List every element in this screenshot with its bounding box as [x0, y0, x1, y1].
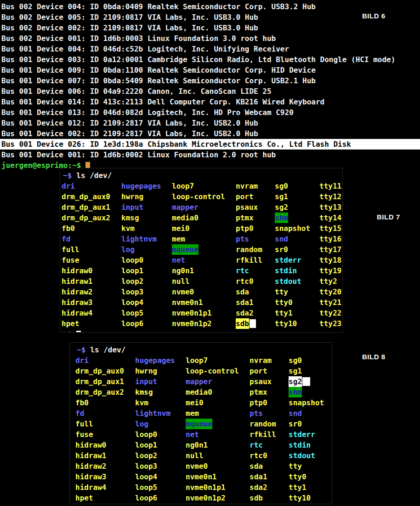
dev-entry-nvme0n1: nvme0n1: [172, 297, 203, 308]
lsusb-line: Bus 001 Device 014: ID 413c:2113 Dell Co…: [0, 97, 420, 107]
dev-entry-nvme0: nvme0: [186, 461, 208, 472]
listing-row: stdin: [289, 440, 332, 450]
dev-entry-rtc0: rtc0: [236, 276, 254, 287]
dev-entry-sda1: sda1: [236, 297, 254, 308]
listing-row: rtc: [236, 265, 275, 276]
listing-row: loop7: [186, 355, 250, 366]
lsusb-line: Bus 001 Device 002: ID 2109:2817 VIA Lab…: [0, 128, 420, 139]
dev-entry-stdin: stdin: [289, 440, 311, 450]
prompt-symbol: ~$: [77, 345, 85, 354]
dev-entry-full: full: [62, 244, 79, 255]
dev-entry-loop2: loop2: [121, 276, 143, 287]
listing-row: mem: [172, 234, 236, 244]
listing-row: nvme0n1p1: [172, 308, 236, 318]
listing-row: hidraw1: [75, 450, 135, 461]
listing-row: loop0: [135, 429, 186, 440]
listing-row: tty14: [319, 213, 341, 223]
terminal-cursor: [76, 331, 81, 333]
dev-entry-snapshot: snapshot: [289, 397, 324, 408]
dev-entry-port: port: [236, 191, 254, 202]
listing-row: fb0: [75, 397, 135, 408]
listing-row: random: [250, 419, 289, 429]
dev-entry-sdb: sdb: [250, 493, 263, 503]
listing-row: hidraw1: [62, 276, 121, 287]
command-line: ~$ls /dev/: [75, 345, 332, 355]
listing-row: drm_dp_aux2: [62, 213, 121, 223]
listing-row: tty16: [319, 234, 341, 244]
listing-row: stdout: [275, 276, 319, 287]
dev-entry-tty0: tty0: [289, 472, 306, 482]
listing-row: nvme0: [172, 287, 236, 297]
dev-entry-hpet: hpet: [75, 493, 93, 503]
dev-entry-nvme0n1p2: nvme0n1p2: [172, 318, 212, 329]
dev-entry-hidraw4: hidraw4: [75, 482, 106, 493]
listing-row: tty0: [289, 472, 332, 482]
listing-row: stderr: [275, 255, 319, 265]
dev-entry-mapper: mapper: [172, 202, 199, 213]
listing-row: loop6: [121, 318, 172, 329]
listing-row: tty18: [319, 255, 341, 265]
listing-row: tty15: [319, 223, 341, 234]
dev-entry-drm_dp_aux2: drm_dp_aux2: [75, 387, 124, 397]
dev-entry-loop5: loop5: [121, 308, 143, 318]
dev-entry-sda: sda: [236, 287, 249, 297]
listing-row: tty17: [319, 244, 341, 255]
dev-entry-tty1: tty1: [275, 308, 293, 318]
listing-row: hpet: [75, 493, 135, 503]
listing-row: hidraw2: [62, 287, 121, 297]
listing-row: hidraw4: [62, 308, 121, 318]
command-text: ls /dev/: [76, 171, 112, 180]
command-line: ~$ls /dev/: [62, 170, 342, 181]
lsusb-line: Bus 001 Device 013: ID 046d:082d Logitec…: [0, 107, 420, 118]
dev-entry-rtc0: rtc0: [250, 450, 267, 461]
dev-entry-tty20: tty20: [319, 287, 341, 297]
dev-entry-psaux: psaux: [250, 376, 272, 387]
dev-entry-ptp0: ptp0: [236, 223, 254, 234]
listing-column: tty11tty12tty13tty14tty15tty16tty17tty18…: [319, 181, 341, 329]
listing-row: tty1: [289, 482, 332, 493]
listing-row: rtc0: [236, 276, 275, 287]
dev-entry-drm_dp_aux2: drm_dp_aux2: [62, 213, 110, 223]
terminal-bild8[interactable]: ~$ls /dev/ dridrm_dp_aux0drm_dp_aux1drm_…: [69, 342, 332, 504]
listing-row: loop1: [135, 440, 186, 450]
dev-entry-drm_dp_aux1: drm_dp_aux1: [75, 376, 124, 387]
listing-row: mapper: [186, 376, 250, 387]
label-bild7: BILD 7: [377, 213, 400, 221]
dev-entry-loop1: loop1: [121, 265, 143, 276]
terminal-bild7[interactable]: ~$ls /dev/ dridrm_dp_aux0drm_dp_aux1drm_…: [60, 168, 343, 333]
dev-entry-drm_dp_aux0: drm_dp_aux0: [62, 191, 110, 202]
dev-entry-mqueue: mqueue: [172, 244, 199, 255]
listing-row: ptmx: [236, 213, 275, 223]
listing-row: mqueue: [186, 419, 250, 429]
listing-row: lightnvm: [121, 234, 172, 244]
dev-entry-dri: dri: [75, 355, 89, 366]
listing-row: dri: [75, 355, 135, 366]
command-text: ls /dev/: [90, 345, 125, 354]
listing-row: hwrng: [135, 366, 186, 376]
listing-row: drm_dp_aux0: [75, 366, 135, 376]
listing-row: tty12: [319, 191, 341, 202]
dev-entry-hidraw3: hidraw3: [75, 472, 106, 482]
lsusb-terminal[interactable]: Bus 002 Device 004: ID 0bda:0409 Realtek…: [0, 0, 420, 171]
listing-row: fd: [62, 234, 121, 244]
dev-entry-input: input: [121, 202, 143, 213]
listing-row: hugepages: [121, 181, 172, 191]
dev-entry-pts: pts: [236, 234, 249, 244]
listing-row: nvme0n1: [186, 472, 250, 482]
listing-row: nvme0: [186, 461, 250, 472]
listing-row: tty: [289, 461, 332, 472]
listing-row: nvme0n1p2: [172, 318, 236, 329]
listing-row: fuse: [62, 255, 121, 265]
dev-entry-tty19: tty19: [319, 265, 341, 276]
listing-row: rtc: [250, 440, 289, 450]
listing-row: snd: [289, 408, 332, 419]
dev-entry-hwrng: hwrng: [135, 366, 157, 376]
dev-entry-sg1: sg1: [289, 366, 302, 376]
dev-entry-tty13: tty13: [319, 202, 341, 213]
listing-row: kvm: [135, 397, 186, 408]
listing-row: mem: [186, 408, 250, 419]
listing-row: ptp0: [250, 397, 289, 408]
listing-row: fd: [75, 408, 135, 419]
listing-column: hugepageshwrnginputkmsgkvmlightnvmlogloo…: [121, 181, 172, 329]
listing-row: sda1: [236, 297, 275, 308]
